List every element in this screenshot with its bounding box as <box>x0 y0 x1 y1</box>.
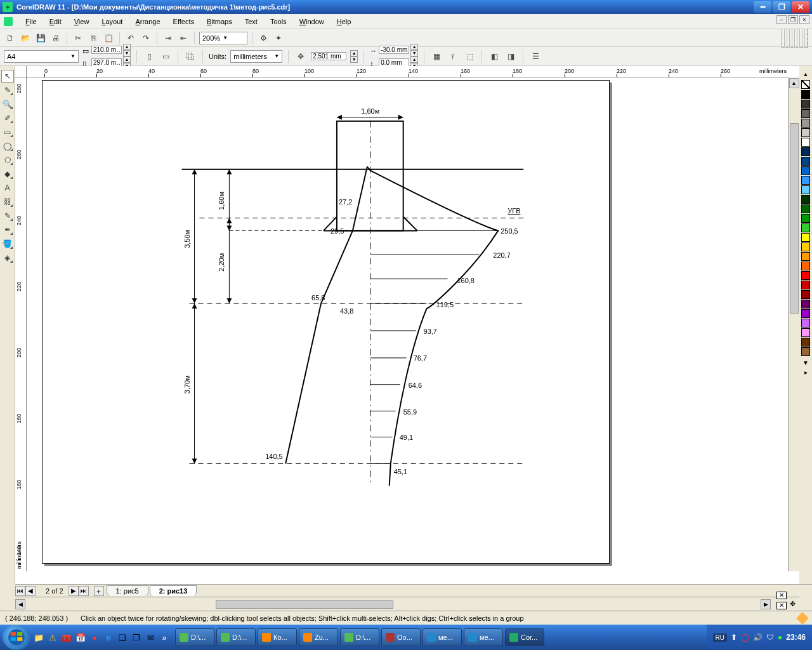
dup-x-input[interactable] <box>379 46 409 54</box>
color-swatch[interactable] <box>801 328 810 337</box>
color-swatch[interactable] <box>801 252 810 261</box>
spin-up[interactable]: ▲ <box>123 56 131 63</box>
basic-shapes-tool[interactable]: ◆ <box>1 168 14 180</box>
navigator-icon[interactable]: ✥ <box>790 600 796 608</box>
menu-text[interactable]: Text <box>239 16 264 27</box>
menu-help[interactable]: Help <box>331 16 358 27</box>
color-swatch[interactable] <box>801 233 810 242</box>
rectangle-tool[interactable]: ▭ <box>1 126 14 138</box>
palette-scroll-down[interactable]: ▼ <box>802 359 809 366</box>
canvas[interactable]: 1,60м УГВ 3,50 <box>27 77 788 571</box>
taskbar-button[interactable]: Cor... <box>505 628 544 646</box>
color-swatch[interactable] <box>801 128 810 137</box>
taskbar-button[interactable]: ме... <box>464 628 503 646</box>
color-swatch[interactable] <box>801 147 810 156</box>
ql-icon[interactable]: ✉ <box>145 632 156 643</box>
scroll-right[interactable]: ▶ <box>761 599 771 609</box>
color-swatch[interactable] <box>801 157 810 166</box>
color-swatch[interactable] <box>801 242 810 251</box>
cut-icon[interactable]: ✂ <box>72 32 84 44</box>
export-icon[interactable]: ⇤ <box>177 32 190 44</box>
text-tool[interactable]: A <box>1 182 14 194</box>
color-swatch[interactable] <box>801 309 810 318</box>
tab-last[interactable]: ⏭ <box>79 586 89 596</box>
menu-bitmaps[interactable]: Bitmaps <box>200 16 239 27</box>
save-icon[interactable]: 💾 <box>34 32 47 44</box>
portrait-icon[interactable]: ▯ <box>143 50 155 63</box>
paste-icon[interactable]: 📋 <box>102 32 115 44</box>
horizontal-ruler[interactable]: millimeters 0204060801001201401601802002… <box>27 66 788 77</box>
color-swatch[interactable] <box>801 214 810 223</box>
draw-complex-icon[interactable]: ◨ <box>504 50 517 63</box>
close-button[interactable]: ✕ <box>792 1 809 13</box>
app-menu-icon[interactable] <box>4 17 13 26</box>
color-swatch[interactable] <box>801 119 810 128</box>
outline-tool[interactable]: ✒ <box>1 223 14 236</box>
undo-icon[interactable]: ↶ <box>124 32 137 44</box>
ql-icon[interactable]: ❐ <box>131 632 142 643</box>
taskbar-button[interactable]: Zu... <box>299 628 338 646</box>
page-width-input[interactable] <box>91 46 122 54</box>
paper-size-dropdown[interactable]: A4 ▼ <box>4 50 79 63</box>
spin-up[interactable]: ▲ <box>350 50 358 56</box>
eyedropper-tool[interactable]: ✎ <box>1 209 14 222</box>
color-swatch[interactable] <box>801 338 810 347</box>
tab-first[interactable]: ⏮ <box>15 586 25 596</box>
treat-as-filled-icon[interactable]: ◧ <box>488 50 501 63</box>
outline-none-icon[interactable] <box>776 602 787 609</box>
taskbar-button[interactable]: D:\... <box>216 628 256 646</box>
menu-file[interactable]: File <box>19 16 43 27</box>
color-swatch[interactable] <box>801 138 810 147</box>
color-swatch[interactable] <box>801 223 810 232</box>
snap-to-guidelines-icon[interactable]: ⫯ <box>447 50 459 63</box>
color-swatch[interactable] <box>801 176 810 185</box>
scroll-thumb[interactable] <box>790 123 799 314</box>
taskbar-button[interactable]: Оо... <box>381 628 421 646</box>
tray-icon[interactable]: ● <box>778 633 782 642</box>
spin-down[interactable]: ▼ <box>123 50 131 56</box>
interactive-fill-tool[interactable]: ◈ <box>1 251 14 264</box>
color-swatch[interactable] <box>801 109 810 118</box>
ql-icon[interactable]: e <box>103 632 114 643</box>
tray-icon[interactable]: ◯ <box>741 633 749 642</box>
color-swatch[interactable] <box>801 290 810 299</box>
snap-to-objects-icon[interactable]: ⬚ <box>463 50 476 63</box>
scroll-thumb-h[interactable] <box>216 600 393 609</box>
vertical-scrollbar[interactable]: ▲ <box>788 77 799 571</box>
redo-icon[interactable]: ↷ <box>140 32 152 44</box>
color-swatch[interactable] <box>801 281 810 289</box>
zoom-dropdown[interactable]: 200% ▼ <box>199 32 247 44</box>
no-color-swatch[interactable] <box>801 80 810 89</box>
start-button[interactable] <box>3 625 30 650</box>
zoom-tool[interactable]: 🔍 <box>1 98 14 110</box>
color-swatch[interactable] <box>801 195 810 204</box>
nudge-input[interactable] <box>311 52 346 60</box>
facing-pages-icon[interactable]: ⿻ <box>184 50 197 63</box>
ql-icon[interactable]: ● <box>89 632 100 643</box>
ql-icon[interactable]: ❏ <box>117 632 128 643</box>
app-launcher-icon[interactable]: ⚙ <box>257 32 270 44</box>
open-icon[interactable]: 📂 <box>19 32 32 44</box>
page-tab-2[interactable]: 2: рис13 <box>150 585 197 596</box>
menu-edit[interactable]: Edit <box>43 16 68 27</box>
color-swatch[interactable] <box>801 271 810 280</box>
vertical-ruler[interactable]: millimeters 280260240220200180160140 <box>15 77 27 571</box>
ql-icon[interactable]: ⚠ <box>47 632 58 643</box>
page-tab-1[interactable]: 1: рис5 <box>107 585 148 596</box>
tray-icon[interactable]: ⬆ <box>731 633 737 642</box>
taskbar-button[interactable]: D:\... <box>340 628 379 646</box>
landscape-icon[interactable]: ▭ <box>159 50 172 63</box>
mdi-close[interactable]: × <box>799 15 809 24</box>
color-swatch[interactable] <box>801 166 810 175</box>
shape-tool[interactable]: ✎ <box>1 84 14 96</box>
tray-icon[interactable]: 🔊 <box>753 633 763 642</box>
outline-pen-icon[interactable] <box>796 612 809 625</box>
corel-online-icon[interactable]: ✦ <box>272 32 285 44</box>
color-swatch[interactable] <box>801 319 810 328</box>
tray-icon[interactable]: 🛡 <box>766 633 774 642</box>
new-icon[interactable]: 🗋 <box>4 32 16 44</box>
clock[interactable]: 23:46 <box>786 633 806 642</box>
color-swatch[interactable] <box>801 347 810 356</box>
color-swatch[interactable] <box>801 90 810 99</box>
fill-none-icon[interactable] <box>776 592 787 599</box>
